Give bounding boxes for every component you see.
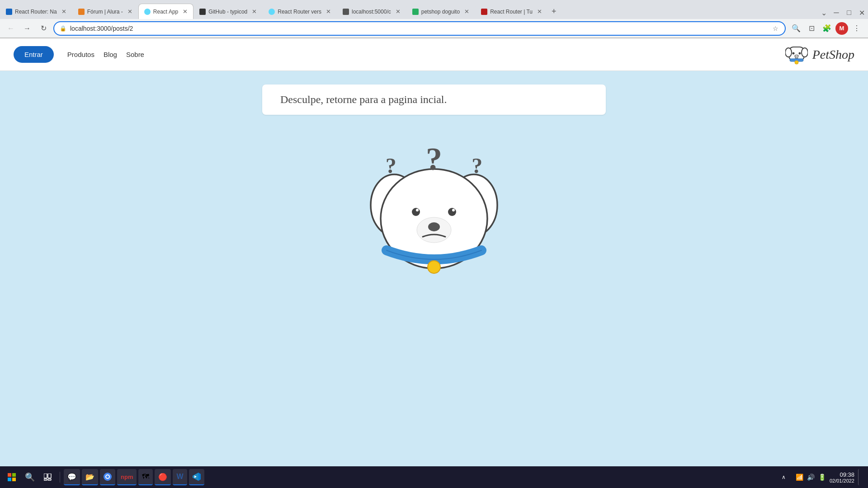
browser-chrome: React Router: Na ✕ Fórum | Alura - ✕ Rea… — [0, 0, 868, 38]
back-button[interactable]: ← — [5, 22, 17, 35]
nav-blog[interactable]: Blog — [104, 51, 117, 58]
tab-scroll-left[interactable]: ⌄ — [817, 6, 830, 19]
tab-favicon-6 — [343, 9, 349, 15]
logo-icon — [785, 42, 808, 67]
close-window-button[interactable]: ✕ — [855, 6, 868, 19]
forward-button[interactable]: → — [21, 22, 33, 35]
show-desktop-button[interactable] — [858, 469, 861, 485]
tab-1[interactable]: React Router: Na ✕ — [0, 4, 72, 19]
svg-rect-25 — [44, 479, 47, 480]
chat-icon: 💬 — [67, 473, 76, 481]
chrome2-icon: 🔴 — [158, 473, 167, 481]
entrar-button[interactable]: Entrar — [14, 46, 54, 63]
taskbar-app-word[interactable]: W — [173, 469, 187, 485]
logo-area: PetShop — [785, 42, 854, 67]
svg-point-29 — [106, 475, 109, 478]
taskbar-app-explorer[interactable]: 📂 — [82, 469, 98, 485]
svg-rect-21 — [8, 478, 11, 481]
word-icon: W — [176, 473, 183, 481]
tab-title-6: localhost:5000/c — [352, 9, 391, 15]
tab-close-7[interactable]: ✕ — [464, 8, 469, 15]
svg-point-3 — [792, 52, 794, 54]
svg-point-4 — [798, 52, 801, 54]
vscode-icon — [193, 473, 201, 481]
tab-title-5: React Router vers — [278, 9, 321, 15]
tab-bar: React Router: Na ✕ Fórum | Alura - ✕ Rea… — [0, 0, 868, 19]
svg-rect-20 — [12, 473, 16, 477]
nav-produtos[interactable]: Produtos — [67, 51, 94, 58]
clock-time: 09:38 — [830, 471, 854, 478]
new-tab-button[interactable]: + — [548, 4, 560, 19]
tab-close-4[interactable]: ✕ — [252, 8, 257, 15]
svg-rect-24 — [48, 474, 51, 478]
tab-7[interactable]: petshop doguito ✕ — [406, 4, 475, 19]
svg-point-12 — [448, 208, 456, 216]
tab-close-8[interactable]: ✕ — [537, 8, 542, 15]
tab-favicon-2 — [78, 9, 85, 15]
tab-close-2[interactable]: ✕ — [127, 8, 132, 15]
taskbar-app-chat[interactable]: 💬 — [64, 469, 80, 485]
taskbar-right: ∧ 📶 🔊 🔋 09:38 02/01/2022 — [776, 469, 864, 485]
svg-point-7 — [795, 61, 798, 64]
tab-2[interactable]: Fórum | Alura - ✕ — [72, 4, 138, 19]
tab-title-1: React Router: Na — [15, 9, 57, 15]
cast-icon[interactable]: ⊡ — [805, 22, 818, 35]
minimize-button[interactable]: ─ — [830, 6, 843, 19]
error-message: Desculpe, retorne para a pagina incial. — [280, 94, 588, 106]
tab-5[interactable]: React Router vers ✕ — [263, 4, 337, 19]
taskbar-app-chrome2[interactable]: 🔴 — [155, 469, 171, 485]
clock[interactable]: 09:38 02/01/2022 — [830, 471, 854, 483]
svg-point-5 — [795, 55, 798, 57]
nav-sobre[interactable]: Sobre — [126, 51, 144, 58]
tab-3-active[interactable]: React App ✕ — [138, 4, 193, 19]
tab-close-6[interactable]: ✕ — [396, 8, 401, 15]
chevron-up-icon[interactable]: ∧ — [776, 469, 792, 485]
taskbar-app-vscode[interactable] — [189, 469, 204, 485]
taskbar-app-chrome[interactable] — [100, 469, 115, 485]
tab-close-3[interactable]: ✕ — [183, 8, 188, 15]
navbar: Entrar Produtos Blog Sobre — [0, 38, 868, 71]
wifi-icon: 📶 — [796, 474, 803, 481]
more-options-icon[interactable]: ⋮ — [850, 22, 863, 35]
chrome-icon — [104, 473, 112, 481]
extensions-icon[interactable]: 🧩 — [820, 22, 834, 35]
question-mark-right: ? — [472, 153, 482, 178]
tab-title-7: petshop doguito — [421, 9, 460, 15]
svg-point-2 — [802, 48, 808, 57]
url-input[interactable] — [70, 25, 768, 32]
taskbar-app-npm[interactable]: npm — [117, 469, 137, 485]
question-mark-left: ? — [386, 153, 396, 178]
lock-icon: 🔒 — [60, 25, 66, 32]
address-bar[interactable]: 🔒 ☆ — [53, 21, 786, 36]
tab-close-1[interactable]: ✕ — [61, 8, 66, 15]
svg-rect-26 — [48, 479, 51, 480]
tab-6[interactable]: localhost:5000/c ✕ — [337, 4, 406, 19]
task-view-button[interactable] — [40, 469, 56, 485]
search-icon[interactable]: 🔍 — [789, 22, 803, 35]
svg-rect-23 — [44, 474, 47, 478]
address-bar-row: ← → ↻ 🔒 ☆ 🔍 ⊡ 🧩 M ⋮ — [0, 19, 868, 38]
taskbar: 🔍 💬 📂 npm 🗺 🔴 W — [0, 466, 868, 488]
taskbar-app-maps[interactable]: 🗺 — [138, 469, 153, 485]
bookmark-star-icon[interactable]: ☆ — [772, 24, 779, 33]
reload-button[interactable]: ↻ — [37, 22, 50, 35]
tab-close-5[interactable]: ✕ — [326, 8, 331, 15]
address-icons: ☆ — [772, 24, 779, 33]
tab-title-3: React App — [153, 9, 178, 15]
taskbar-sep-1 — [60, 472, 60, 483]
maximize-button[interactable]: □ — [843, 6, 855, 19]
start-button[interactable] — [4, 469, 20, 485]
search-taskbar-button[interactable]: 🔍 — [22, 469, 38, 485]
tab-favicon-4 — [199, 9, 206, 15]
tab-4[interactable]: GitHub - typicod ✕ — [193, 4, 263, 19]
app-content: Entrar Produtos Blog Sobre — [0, 38, 868, 488]
svg-point-18 — [428, 261, 440, 273]
tab-title-4: GitHub - typicod — [208, 9, 247, 15]
svg-point-11 — [412, 208, 420, 216]
logo-text: PetShop — [812, 47, 854, 62]
tab-favicon-3 — [144, 9, 151, 15]
tab-8[interactable]: React Router | Tu ✕ — [475, 4, 548, 19]
profile-avatar[interactable]: M — [835, 22, 848, 35]
tab-title-8: React Router | Tu — [490, 9, 533, 15]
question-marks: ? ? ? — [362, 133, 506, 178]
